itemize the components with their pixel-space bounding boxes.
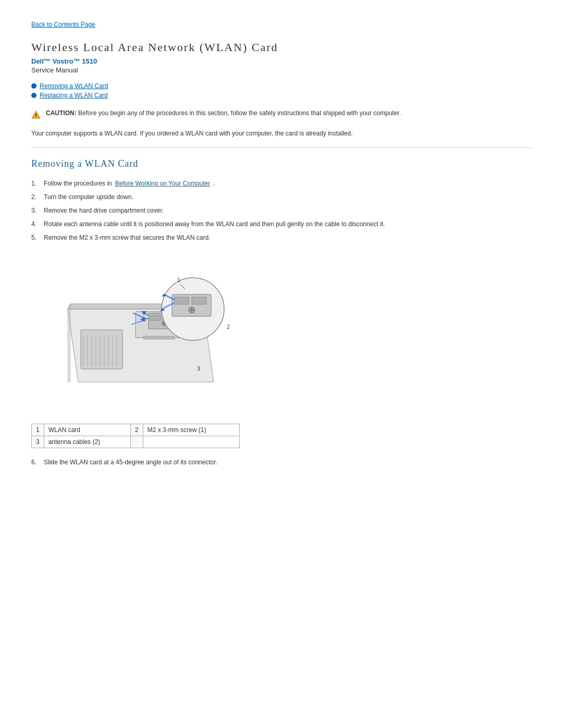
bullet-icon <box>31 83 36 89</box>
table-row-1: 1 WLAN card 2 M2 x 3-mm screw (1) <box>32 424 240 436</box>
table-cell-num-4 <box>131 436 143 448</box>
table-cell-part-3: antenna cables (2) <box>44 436 130 448</box>
svg-text:1: 1 <box>177 277 180 283</box>
step-4: Rotate each antenna cable until it is po… <box>31 220 532 228</box>
toc-item-removing: Removing a WLAN Card <box>31 82 532 90</box>
table-cell-part-1: WLAN card <box>44 424 130 436</box>
svg-text:3: 3 <box>197 365 200 372</box>
page-title: Wireless Local Area Network (WLAN) Card <box>31 41 532 54</box>
svg-marker-4 <box>68 304 70 382</box>
section-divider <box>31 147 532 148</box>
parts-table: 1 WLAN card 2 M2 x 3-mm screw (1) 3 ante… <box>31 424 240 448</box>
step-5: Remove the M2 x 3-mm screw that secures … <box>31 234 532 241</box>
toc-item-replacing: Replacing a WLAN Card <box>31 92 532 99</box>
before-working-link[interactable]: Before Working on Your Computer <box>115 180 211 187</box>
caution-text: CAUTION: Before you begin any of the pro… <box>46 109 401 117</box>
caution-icon: ! <box>31 110 41 119</box>
table-cell-part-4 <box>143 436 239 448</box>
table-cell-part-2: M2 x 3-mm screw (1) <box>143 424 239 436</box>
bullet-icon-2 <box>31 93 36 98</box>
step-4-text: Rotate each antenna cable until it is po… <box>44 220 385 228</box>
toc-link-removing[interactable]: Removing a WLAN Card <box>40 82 108 90</box>
step-1-text-after: . <box>213 180 215 187</box>
step-2-text: Turn the computer upside down. <box>44 193 133 201</box>
step-6: Slide the WLAN card at a 45-degree angle… <box>31 459 532 466</box>
manual-label: Service Manual <box>31 66 532 74</box>
caution-label: CAUTION: <box>46 109 77 117</box>
laptop-diagram: 1 2 3 <box>52 252 229 413</box>
step-5-text: Remove the M2 x 3-mm screw that secures … <box>44 234 210 241</box>
table-row-2: 3 antenna cables (2) <box>32 436 240 448</box>
svg-rect-24 <box>143 336 175 339</box>
laptop-diagram-svg: 1 2 3 <box>52 252 229 413</box>
table-of-contents: Removing a WLAN Card Replacing a WLAN Ca… <box>31 82 532 99</box>
steps-list: Follow the procedures in Before Working … <box>31 180 532 241</box>
table-cell-num-1: 1 <box>32 424 44 436</box>
caution-box: ! CAUTION: Before you begin any of the p… <box>31 109 532 119</box>
step-3-text: Remove the hard drive compartment cover. <box>44 207 164 214</box>
svg-text:!: ! <box>35 113 36 118</box>
steps-list-continued: Slide the WLAN card at a 45-degree angle… <box>31 459 532 466</box>
step-1: Follow the procedures in Before Working … <box>31 180 532 187</box>
svg-rect-5 <box>81 330 123 369</box>
caution-body-text: Before you begin any of the procedures i… <box>78 109 401 117</box>
table-cell-num-2: 2 <box>131 424 143 436</box>
step-6-text: Slide the WLAN card at a 45-degree angle… <box>44 459 217 466</box>
step-3: Remove the hard drive compartment cover. <box>31 207 532 214</box>
back-to-contents-link[interactable]: Back to Contents Page <box>31 21 532 28</box>
svg-rect-27 <box>174 297 189 304</box>
step-1-text-before: Follow the procedures in <box>44 180 112 187</box>
intro-paragraph: Your computer supports a WLAN card. If y… <box>31 130 532 137</box>
svg-rect-28 <box>192 297 206 304</box>
brand-name: Dell™ Vostro™ 1510 <box>31 57 532 65</box>
table-cell-num-3: 3 <box>32 436 44 448</box>
svg-rect-17 <box>150 315 161 320</box>
toc-link-replacing[interactable]: Replacing a WLAN Card <box>40 92 108 99</box>
removing-section-title: Removing a WLAN Card <box>31 158 532 169</box>
step-2: Turn the computer upside down. <box>31 193 532 201</box>
svg-text:2: 2 <box>227 324 229 330</box>
